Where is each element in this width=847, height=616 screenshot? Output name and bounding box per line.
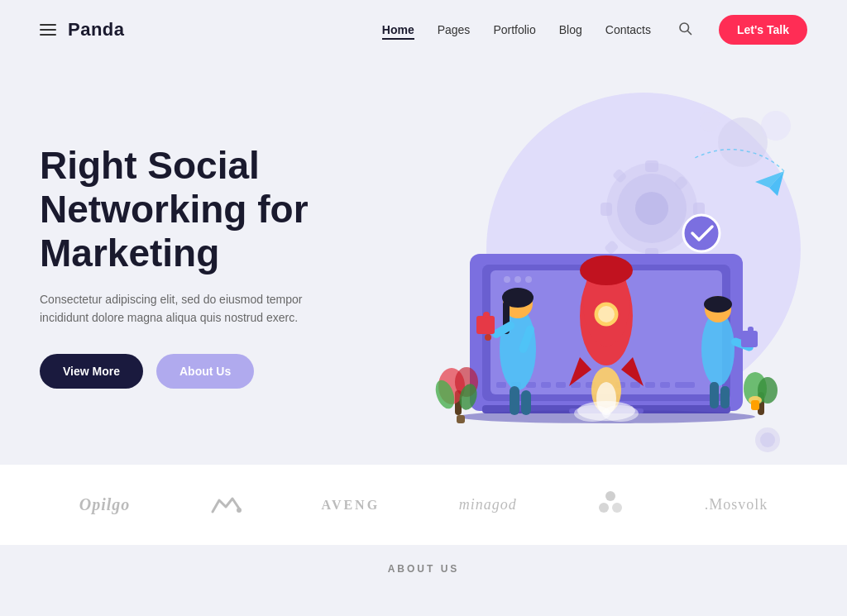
- svg-rect-70: [741, 331, 758, 347]
- svg-rect-58: [521, 390, 531, 415]
- svg-point-0: [680, 23, 689, 32]
- svg-point-86: [605, 491, 615, 501]
- about-us-button[interactable]: About Us: [156, 354, 254, 389]
- about-us-section-label: ABOUT US: [0, 545, 847, 583]
- svg-point-2: [718, 117, 768, 167]
- svg-point-50: [683, 215, 720, 251]
- svg-rect-25: [496, 382, 506, 388]
- svg-point-20: [514, 276, 521, 283]
- hero-illustration: [387, 76, 817, 456]
- nav-item-contacts[interactable]: Contacts: [605, 22, 651, 37]
- hero-section: Right Social Networking for Marketing Co…: [0, 60, 847, 456]
- logo: Panda: [68, 19, 125, 41]
- lets-talk-button[interactable]: Let's Talk: [719, 15, 807, 45]
- hamburger-menu[interactable]: [40, 24, 56, 36]
- navbar: Panda Home Pages Portfolio Blog Contacts…: [0, 0, 847, 60]
- brand-minagod: minagod: [459, 496, 517, 513]
- svg-rect-34: [630, 382, 640, 388]
- svg-rect-8: [645, 160, 658, 172]
- svg-rect-82: [751, 400, 759, 410]
- svg-rect-35: [645, 382, 655, 388]
- svg-rect-10: [601, 203, 612, 216]
- nav-item-pages[interactable]: Pages: [438, 22, 471, 37]
- nav-item-home[interactable]: Home: [382, 22, 414, 37]
- svg-point-88: [612, 503, 622, 513]
- brand-icon-5: [596, 488, 625, 522]
- brands-section: Opilgo AVENG minagod .Mosvolk: [0, 465, 847, 545]
- hero-description: Consectetur adipiscing elit, sed do eius…: [40, 290, 321, 327]
- svg-rect-68: [720, 386, 730, 408]
- brand-aveng: AVENG: [321, 498, 380, 513]
- svg-point-3: [761, 111, 791, 141]
- navbar-left: Panda: [40, 19, 125, 41]
- svg-rect-36: [660, 382, 670, 388]
- svg-rect-29: [556, 382, 566, 388]
- brand-icon-2: [209, 494, 242, 517]
- search-icon[interactable]: [677, 21, 692, 40]
- hero-content: Right Social Networking for Marketing Co…: [40, 144, 387, 388]
- nav-item-blog[interactable]: Blog: [559, 22, 582, 37]
- svg-rect-14: [604, 240, 619, 255]
- svg-rect-77: [457, 415, 465, 423]
- svg-point-42: [598, 306, 615, 322]
- svg-point-49: [602, 405, 639, 422]
- svg-rect-71: [748, 327, 754, 332]
- hero-buttons: View More About Us: [40, 354, 387, 389]
- svg-point-21: [525, 276, 532, 283]
- svg-point-7: [635, 192, 668, 225]
- svg-point-85: [237, 508, 242, 513]
- svg-point-40: [580, 255, 633, 285]
- brand-opilgo: Opilgo: [79, 495, 131, 514]
- view-more-button[interactable]: View More: [40, 354, 143, 389]
- hero-svg-illustration: [387, 93, 817, 456]
- svg-point-4: [700, 112, 720, 131]
- svg-rect-28: [541, 382, 551, 388]
- svg-rect-37: [675, 382, 695, 388]
- svg-point-84: [760, 432, 775, 447]
- brand-mosvolk: .Mosvolk: [705, 496, 768, 513]
- svg-rect-63: [485, 334, 491, 341]
- hero-title: Right Social Networking for Marketing: [40, 144, 387, 275]
- svg-point-66: [704, 296, 732, 313]
- svg-point-87: [599, 503, 609, 513]
- nav-links: Home Pages Portfolio Blog Contacts: [382, 22, 651, 37]
- svg-point-64: [701, 312, 735, 386]
- nav-item-portfolio[interactable]: Portfolio: [493, 22, 535, 37]
- svg-rect-62: [483, 312, 490, 318]
- navbar-right: Home Pages Portfolio Blog Contacts Let's…: [382, 15, 807, 45]
- svg-line-1: [688, 31, 691, 34]
- svg-rect-61: [476, 316, 495, 334]
- svg-rect-67: [710, 382, 719, 408]
- svg-point-19: [504, 276, 510, 283]
- svg-rect-57: [510, 386, 519, 415]
